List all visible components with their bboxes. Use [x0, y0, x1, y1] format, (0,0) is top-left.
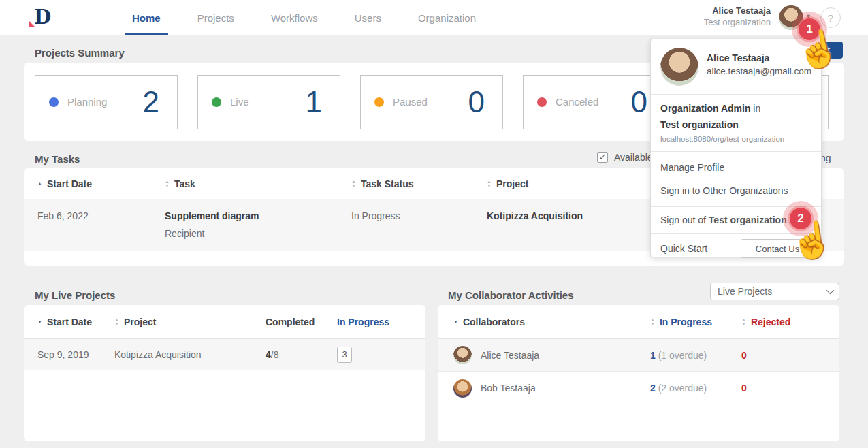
dropdown-footer: Quick Start Contact Us [651, 234, 821, 263]
stat-label: Canceled [556, 96, 598, 108]
nav-item-organization[interactable]: Organization [411, 0, 483, 35]
stat-value: 0 [631, 85, 647, 119]
task-start-date: Feb 6, 2022 [37, 210, 165, 221]
stat-box-canceled[interactable]: Canceled 0 [523, 75, 666, 129]
projects-summary-title: Projects Summary [35, 47, 125, 59]
menu-item-sign-in-other-orgs[interactable]: Sign in to Other Organizations [660, 179, 811, 202]
partially-hidden-filter-label: ng [820, 153, 831, 163]
stat-value: 2 [143, 85, 159, 119]
stat-label: Paused [393, 96, 428, 108]
rejected-count: 0 [741, 350, 839, 361]
table-row[interactable]: Alice Testaaja 1 (1 overdue) 0 [438, 339, 839, 372]
contact-us-button[interactable]: Contact Us [741, 239, 814, 258]
nav-item-home[interactable]: Home [125, 0, 168, 35]
stat-box-paused[interactable]: Paused 0 [360, 75, 503, 129]
sort-icon: ▲▼ [650, 318, 655, 326]
collaborator-name: Bob Testaaja [481, 383, 536, 394]
col-task[interactable]: ▲▼ Task [165, 178, 351, 189]
nav-item-projects[interactable]: Projects [190, 0, 242, 35]
checkbox-label: Available [614, 152, 653, 163]
avatar[interactable] [779, 5, 803, 30]
project-name: Kotipizza Acquisition [114, 349, 266, 360]
checkbox-checked-icon[interactable]: ✓ [597, 152, 608, 163]
logo-letter: D [34, 5, 51, 29]
collaborator-cell: Alice Testaaja [453, 346, 650, 364]
paused-dot-icon [374, 97, 384, 107]
col-start-date[interactable]: ▲▼ Start Date [37, 178, 165, 189]
help-button[interactable]: ? [820, 7, 841, 28]
main-nav: Home Projects Workflows Users Organizati… [125, 0, 505, 35]
dashboard-page: D Home Projects Workflows Users Organiza… [0, 0, 868, 448]
col-completed[interactable]: Completed [266, 317, 337, 327]
in-progress-cell: 2 (2 overdue) [650, 383, 741, 394]
select-value: Live Projects [718, 286, 772, 297]
available-filter-checkbox[interactable]: ✓ Available [597, 152, 653, 163]
user-menu-trigger[interactable]: Alice Testaaja Test organization [704, 5, 771, 27]
col-collaborators[interactable]: ▲▼ Collaborators [453, 317, 650, 327]
stat-value: 1 [306, 85, 322, 119]
table-row[interactable]: Sep 9, 2019 Kotipizza Acquisition 4/8 3 [24, 339, 425, 370]
sort-icon: ▲▼ [114, 318, 119, 326]
dropdown-user-name: Alice Testaaja [707, 52, 811, 63]
collaborator-name: Alice Testaaja [481, 350, 539, 361]
canceled-dot-icon [537, 97, 547, 107]
sort-icon: ▲▼ [351, 180, 356, 188]
in-progress-cell: 1 (1 overdue) [650, 350, 741, 361]
sort-desc-icon: ▲▼ [37, 320, 42, 324]
live-dot-icon [212, 97, 221, 107]
nav-item-workflows[interactable]: Workflows [263, 0, 325, 35]
task-title: Supplement diagram [165, 210, 351, 221]
menu-item-sign-out[interactable]: Sign out of Test organization [651, 207, 821, 234]
col-rejected[interactable]: ▲▼ Rejected [741, 317, 839, 327]
sort-desc-icon: ▲▼ [453, 320, 458, 324]
sort-asc-icon: ▲▼ [37, 182, 42, 186]
avatar [660, 48, 698, 86]
dropdown-menu-items: Manage Profile Sign in to Other Organiza… [651, 152, 821, 207]
col-in-progress[interactable]: In Progress [337, 317, 425, 327]
top-navbar: D Home Projects Workflows Users Organiza… [0, 0, 868, 35]
menu-item-quick-start[interactable]: Quick Start [660, 243, 707, 254]
dropdown-org-section: Organization Admin in Test organization … [651, 95, 821, 152]
dropdown-user-email: alice.testaaja@gmail.com [707, 66, 811, 76]
sort-icon: ▲▼ [741, 318, 746, 326]
stat-box-planning[interactable]: Planning 2 [35, 75, 178, 129]
in-progress-count-button[interactable]: 3 [337, 347, 352, 363]
my-live-projects-title: My Live Projects [35, 289, 115, 301]
project-start-date: Sep 9, 2019 [37, 349, 114, 360]
user-organization: Test organization [704, 17, 771, 27]
user-dropdown-menu: Alice Testaaja alice.testaaja@gmail.com … [650, 39, 822, 257]
nav-item-users[interactable]: Users [347, 0, 389, 35]
my-tasks-title: My Tasks [35, 153, 80, 165]
app-logo[interactable]: D [27, 5, 54, 30]
avatar [453, 379, 472, 398]
dropdown-profile-section: Alice Testaaja alice.testaaja@gmail.com [651, 39, 821, 95]
collaborators-header: ▲▼ Collaborators ▲▼ In Progress ▲▼ Rejec… [438, 305, 839, 339]
rejected-count: 0 [741, 383, 839, 394]
live-projects-header: ▲▼ Start Date ▲▼ Project Completed In Pr… [24, 305, 425, 339]
menu-item-manage-profile[interactable]: Manage Profile [660, 156, 811, 179]
col-project[interactable]: ▲▼ Project [114, 317, 266, 327]
table-row[interactable]: Bob Testaaja 2 (2 overdue) 0 [438, 372, 839, 404]
chevron-down-icon [826, 287, 834, 294]
task-cell: Supplement diagram Recipient [165, 210, 351, 239]
sort-icon: ▲▼ [165, 180, 170, 188]
question-icon: ? [828, 12, 833, 24]
col-task-status[interactable]: ▲▼ Task Status [351, 178, 487, 189]
my-live-projects-card: ▲▼ Start Date ▲▼ Project Completed In Pr… [24, 305, 425, 441]
chevron-down-icon[interactable]: ▼ [805, 13, 811, 20]
collaborator-activities-card: ▲▼ Collaborators ▲▼ In Progress ▲▼ Rejec… [438, 305, 839, 441]
user-role: Organization Admin [660, 103, 750, 114]
avatar [453, 346, 472, 364]
col-in-progress[interactable]: ▲▼ In Progress [650, 317, 741, 327]
org-url: localhost:8080/org/test-organization [660, 135, 811, 143]
sort-icon: ▲▼ [487, 180, 492, 188]
col-start-date[interactable]: ▲▼ Start Date [37, 317, 114, 327]
user-name: Alice Testaaja [704, 5, 771, 16]
org-name: Test organization [660, 119, 811, 130]
stat-box-live[interactable]: Live 1 [197, 75, 340, 129]
my-collaborator-activities-title: My Collaborator Activities [448, 289, 573, 301]
planning-dot-icon [49, 97, 59, 107]
stat-label: Live [230, 96, 249, 108]
collaborator-cell: Bob Testaaja [453, 379, 650, 398]
projects-filter-select[interactable]: Live Projects [710, 283, 839, 300]
